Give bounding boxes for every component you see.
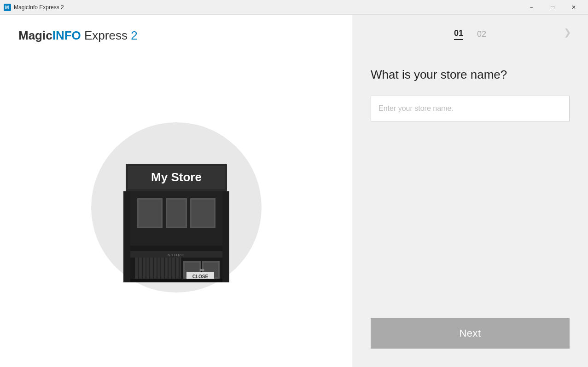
app-icon: M xyxy=(4,4,11,11)
logo-two: 2 xyxy=(131,29,137,42)
titlebar-controls: − □ ✕ xyxy=(521,0,584,15)
svg-rect-12 xyxy=(192,200,214,227)
wizard-question: What is your store name? xyxy=(371,68,570,82)
main-content: MagicINFO Express 2 My Store xyxy=(0,15,588,367)
next-button[interactable]: Next xyxy=(371,318,570,349)
svg-point-39 xyxy=(199,269,202,271)
svg-rect-10 xyxy=(167,200,186,227)
wizard-next-arrow[interactable]: ❯ xyxy=(560,25,574,39)
svg-rect-13 xyxy=(123,246,229,251)
svg-rect-8 xyxy=(139,200,161,227)
store-illustration: My Store STORE xyxy=(18,61,334,353)
wizard-footer: Next xyxy=(352,309,588,367)
app-logo: MagicINFO Express 2 xyxy=(18,29,334,43)
left-panel: MagicINFO Express 2 My Store xyxy=(0,15,352,367)
store-svg: My Store STORE xyxy=(89,120,264,295)
svg-text:STORE: STORE xyxy=(168,253,185,257)
svg-text:My Store: My Store xyxy=(151,170,202,184)
svg-rect-36 xyxy=(123,279,229,282)
store-name-input[interactable] xyxy=(371,96,570,121)
wizard-step-2: 02 xyxy=(477,29,486,39)
svg-text:CLOSE: CLOSE xyxy=(192,274,208,279)
right-panel: 01 02 ❯ What is your store name? Next xyxy=(352,15,588,367)
logo-magic: Magic xyxy=(18,29,52,42)
wizard-steps: 01 02 xyxy=(454,29,486,40)
svg-rect-38 xyxy=(222,191,229,282)
svg-point-40 xyxy=(202,269,204,271)
titlebar-title: MagicInfo Express 2 xyxy=(14,4,64,11)
titlebar-left: M MagicInfo Express 2 xyxy=(4,4,64,11)
titlebar: M MagicInfo Express 2 − □ ✕ xyxy=(0,0,588,15)
svg-text:M: M xyxy=(5,5,9,10)
wizard-header: 01 02 ❯ xyxy=(352,15,588,49)
svg-rect-37 xyxy=(123,191,130,282)
logo-info: INFO xyxy=(52,29,81,42)
close-button[interactable]: ✕ xyxy=(563,0,584,15)
maximize-button[interactable]: □ xyxy=(542,0,563,15)
wizard-step-1: 01 xyxy=(454,29,463,40)
wizard-body: What is your store name? xyxy=(352,49,588,309)
minimize-button[interactable]: − xyxy=(521,0,542,15)
logo-express: Express xyxy=(81,29,131,42)
